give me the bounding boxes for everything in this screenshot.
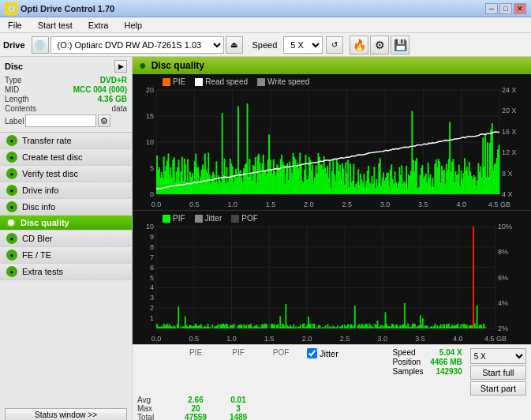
save-button[interactable]: 💾 bbox=[391, 36, 409, 54]
samples-label: Samples bbox=[393, 367, 424, 376]
sidebar-item-cd-bler[interactable]: ● CD Bler bbox=[0, 231, 132, 247]
menu-help[interactable]: Help bbox=[119, 20, 147, 31]
cd-bler-icon: ● bbox=[6, 233, 17, 244]
disc-quality-label: Disc quality bbox=[21, 218, 69, 227]
sidebar-item-drive-info[interactable]: ● Drive info bbox=[0, 182, 132, 199]
drive-dropdown[interactable]: (O:) Optiarc DVD RW AD-7261S 1.03 bbox=[50, 36, 224, 54]
speed-select[interactable]: 5 X bbox=[470, 348, 526, 364]
close-button[interactable]: ✕ bbox=[514, 3, 526, 14]
avg-row-label: Avg bbox=[137, 396, 173, 404]
total-pie: 47559 bbox=[176, 413, 215, 420]
window-controls: ─ □ ✕ bbox=[485, 3, 526, 14]
sidebar: Disc ▶ Type DVD+R MID MCC 004 (000) Leng… bbox=[0, 57, 133, 420]
speed-stat-val: 5.04 X bbox=[439, 348, 462, 357]
drive-info-icon: ● bbox=[6, 185, 17, 196]
burn-button[interactable]: 🔥 bbox=[350, 36, 368, 54]
pif-header: PIF bbox=[219, 348, 258, 357]
sidebar-item-fe-te[interactable]: ● FE / TE bbox=[0, 247, 132, 264]
menu-bar: File Start test Extra Help bbox=[0, 17, 531, 33]
type-val: DVD+R bbox=[100, 76, 127, 84]
create-test-disc-icon: ● bbox=[6, 152, 17, 163]
jitter-legend: Jitter bbox=[195, 214, 222, 223]
cd-bler-label: CD Bler bbox=[22, 234, 53, 243]
read-speed-legend: Read speed bbox=[195, 77, 248, 86]
write-speed-legend-color bbox=[257, 78, 265, 86]
sidebar-item-transfer-rate[interactable]: ● Transfer rate bbox=[0, 133, 132, 149]
app-title: Opti Drive Control 1.70 bbox=[21, 4, 114, 13]
refresh-button[interactable]: ↺ bbox=[326, 36, 343, 54]
sidebar-item-create-test-disc[interactable]: ● Create test disc bbox=[0, 149, 132, 166]
pie-legend-label: PIE bbox=[173, 77, 185, 86]
speed-row: Speed 5.04 X bbox=[393, 348, 462, 357]
transfer-rate-icon: ● bbox=[6, 135, 17, 146]
minimize-button[interactable]: ─ bbox=[485, 3, 498, 14]
samples-row: Samples 142930 bbox=[393, 367, 462, 376]
drive-info-label: Drive info bbox=[22, 186, 58, 195]
speed-label: Speed bbox=[252, 40, 278, 50]
disc-panel: Disc ▶ Type DVD+R MID MCC 004 (000) Leng… bbox=[0, 57, 132, 133]
menu-file[interactable]: File bbox=[3, 20, 27, 31]
stat-col-empty bbox=[137, 348, 173, 358]
max-pie: 20 bbox=[176, 404, 215, 413]
stats-area: PIE PIF POF Jitter Speed bbox=[133, 344, 531, 420]
drive-label: Drive bbox=[3, 40, 25, 50]
avg-pif: 0.01 bbox=[219, 396, 258, 404]
status-window-button[interactable]: Status window >> bbox=[5, 408, 127, 420]
disc-info-icon: ● bbox=[6, 201, 17, 212]
disc-quality-icon bbox=[6, 218, 16, 227]
mid-val: MCC 004 (000) bbox=[73, 85, 127, 94]
avg-pie: 2.66 bbox=[176, 396, 215, 404]
eject-button[interactable]: ⏏ bbox=[226, 36, 243, 54]
stat-col-pie: PIE bbox=[176, 348, 215, 358]
jitter-checkbox-group: Jitter bbox=[307, 348, 338, 358]
start-full-button[interactable]: Start full bbox=[470, 366, 526, 380]
speed-info: Speed 5.04 X Position 4466 MB Samples 14… bbox=[393, 348, 462, 376]
pie-legend: PIE bbox=[163, 77, 185, 86]
sidebar-item-extra-tests[interactable]: ● Extra tests bbox=[0, 264, 132, 280]
contents-key: Contents bbox=[5, 104, 36, 113]
drive-select-group: 💿 (O:) Optiarc DVD RW AD-7261S 1.03 ⏏ bbox=[32, 36, 243, 54]
sidebar-item-disc-info[interactable]: ● Disc info bbox=[0, 199, 132, 216]
menu-start-test[interactable]: Start test bbox=[33, 20, 77, 31]
stats-row2: Avg Max Total 2.66 20 47559 0.01 3 1489 bbox=[137, 396, 526, 420]
sidebar-item-disc-quality[interactable]: Disc quality bbox=[0, 216, 132, 231]
transfer-rate-label: Transfer rate bbox=[22, 136, 72, 145]
speed-dropdown[interactable]: 5 X bbox=[283, 36, 323, 54]
maximize-button[interactable]: □ bbox=[499, 3, 512, 14]
stats-row1: PIE PIF POF Jitter Speed bbox=[137, 348, 526, 396]
menu-extra[interactable]: Extra bbox=[84, 20, 114, 31]
jitter-legend-color bbox=[195, 215, 203, 223]
settings-button[interactable]: ⚙ bbox=[370, 36, 389, 54]
read-speed-legend-label: Read speed bbox=[205, 77, 248, 86]
write-speed-legend-label: Write speed bbox=[267, 77, 309, 86]
sidebar-item-verify-test-disc[interactable]: ● Verify test disc bbox=[0, 166, 132, 182]
pif-values: 0.01 3 1489 bbox=[219, 396, 258, 420]
extra-tests-label: Extra tests bbox=[22, 267, 63, 276]
samples-val: 142930 bbox=[436, 367, 462, 376]
pif-legend-label: PIF bbox=[173, 214, 185, 223]
disc-info-button[interactable]: ▶ bbox=[114, 60, 127, 73]
toolbar: Drive 💿 (O:) Optiarc DVD RW AD-7261S 1.0… bbox=[0, 33, 531, 57]
label-input[interactable] bbox=[25, 114, 96, 127]
jitter-label: Jitter bbox=[320, 349, 338, 358]
main-content: Disc ▶ Type DVD+R MID MCC 004 (000) Leng… bbox=[0, 57, 531, 420]
pof-legend-color bbox=[231, 215, 239, 223]
position-row: Position 4466 MB bbox=[393, 358, 462, 366]
stats-columns: PIE PIF POF Jitter bbox=[137, 348, 390, 358]
verify-test-disc-icon: ● bbox=[6, 168, 17, 179]
length-val: 4.36 GB bbox=[98, 95, 127, 103]
pie-header: PIE bbox=[176, 348, 215, 357]
label-key: Label bbox=[5, 117, 24, 126]
chart-title-icon: ● bbox=[139, 58, 147, 73]
bottom-chart-canvas bbox=[133, 211, 531, 344]
read-speed-legend-color bbox=[195, 78, 203, 86]
jitter-legend-label: Jitter bbox=[205, 214, 222, 223]
position-val: 4466 MB bbox=[430, 358, 462, 366]
disc-info-label: Disc info bbox=[22, 202, 55, 212]
start-part-button[interactable]: Start part bbox=[470, 381, 526, 396]
jitter-checkbox[interactable] bbox=[307, 348, 317, 358]
pie-values: 2.66 20 47559 bbox=[176, 396, 215, 420]
bottom-chart: PIF Jitter POF bbox=[133, 211, 531, 344]
top-legend: PIE Read speed Write speed bbox=[156, 76, 316, 88]
label-action-button[interactable]: ⚙ bbox=[98, 114, 110, 127]
